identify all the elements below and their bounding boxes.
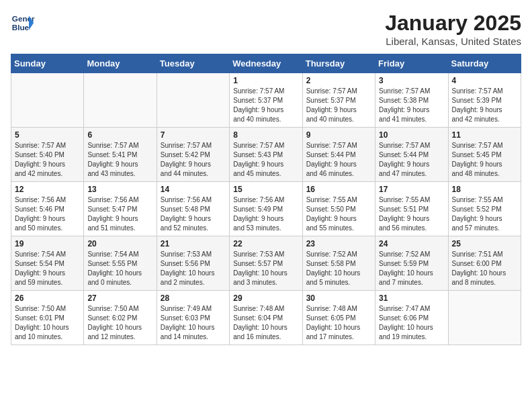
day-number: 23 [306, 239, 371, 248]
day-number: 13 [87, 185, 152, 194]
day-of-week-header: Sunday [11, 54, 84, 73]
day-info: Sunrise: 7:53 AM Sunset: 5:57 PM Dayligh… [233, 250, 298, 287]
day-number: 8 [233, 130, 298, 140]
day-number: 30 [306, 293, 371, 303]
day-info: Sunrise: 7:57 AM Sunset: 5:38 PM Dayligh… [379, 87, 444, 124]
day-info: Sunrise: 7:52 AM Sunset: 5:58 PM Dayligh… [306, 250, 371, 287]
day-number: 7 [161, 130, 226, 140]
day-number: 17 [379, 185, 444, 194]
calendar-cell: 16Sunrise: 7:55 AM Sunset: 5:50 PM Dayli… [302, 182, 375, 236]
day-info: Sunrise: 7:55 AM Sunset: 5:52 PM Dayligh… [452, 195, 517, 233]
day-info: Sunrise: 7:57 AM Sunset: 5:45 PM Dayligh… [452, 141, 517, 179]
day-number: 25 [452, 239, 517, 248]
day-number: 28 [161, 293, 226, 303]
day-number: 15 [233, 185, 298, 194]
day-of-week-header: Wednesday [230, 54, 302, 73]
day-number: 14 [161, 185, 226, 194]
day-info: Sunrise: 7:49 AM Sunset: 6:03 PM Dayligh… [161, 304, 226, 342]
day-info: Sunrise: 7:53 AM Sunset: 5:56 PM Dayligh… [161, 250, 226, 287]
day-of-week-header: Tuesday [157, 54, 229, 73]
day-of-week-header: Monday [84, 54, 157, 73]
day-info: Sunrise: 7:57 AM Sunset: 5:42 PM Dayligh… [161, 141, 226, 179]
day-number: 9 [306, 130, 371, 140]
day-info: Sunrise: 7:56 AM Sunset: 5:48 PM Dayligh… [161, 195, 226, 233]
calendar-cell: 1Sunrise: 7:57 AM Sunset: 5:37 PM Daylig… [230, 73, 302, 128]
calendar-week-row: 12Sunrise: 7:56 AM Sunset: 5:46 PM Dayli… [11, 182, 521, 236]
day-number: 12 [15, 185, 80, 194]
calendar-cell: 8Sunrise: 7:57 AM Sunset: 5:43 PM Daylig… [230, 128, 302, 182]
calendar-week-row: 26Sunrise: 7:50 AM Sunset: 6:01 PM Dayli… [11, 291, 521, 345]
day-number: 5 [15, 130, 80, 140]
calendar-cell: 3Sunrise: 7:57 AM Sunset: 5:38 PM Daylig… [375, 73, 448, 128]
month-title: January 2025 [385, 11, 521, 36]
calendar-cell: 5Sunrise: 7:57 AM Sunset: 5:40 PM Daylig… [11, 128, 84, 182]
day-info: Sunrise: 7:57 AM Sunset: 5:37 PM Dayligh… [233, 87, 298, 124]
calendar-cell: 22Sunrise: 7:53 AM Sunset: 5:57 PM Dayli… [230, 236, 302, 291]
location-title: Liberal, Kansas, United States [385, 36, 521, 47]
calendar-cell: 2Sunrise: 7:57 AM Sunset: 5:37 PM Daylig… [302, 73, 375, 128]
calendar-cell: 4Sunrise: 7:57 AM Sunset: 5:39 PM Daylig… [448, 73, 521, 128]
calendar-cell: 10Sunrise: 7:57 AM Sunset: 5:44 PM Dayli… [375, 128, 448, 182]
day-number: 22 [233, 239, 298, 248]
calendar-cell: 13Sunrise: 7:56 AM Sunset: 5:47 PM Dayli… [84, 182, 157, 236]
calendar-cell: 17Sunrise: 7:55 AM Sunset: 5:51 PM Dayli… [375, 182, 448, 236]
svg-text:Blue: Blue [12, 23, 30, 32]
calendar-week-row: 1Sunrise: 7:57 AM Sunset: 5:37 PM Daylig… [11, 73, 521, 128]
day-info: Sunrise: 7:51 AM Sunset: 6:00 PM Dayligh… [452, 250, 517, 287]
day-number: 21 [161, 239, 226, 248]
calendar-cell: 14Sunrise: 7:56 AM Sunset: 5:48 PM Dayli… [157, 182, 229, 236]
header: General Blue January 2025 Liberal, Kansa… [11, 11, 521, 47]
day-number: 16 [306, 185, 371, 194]
day-info: Sunrise: 7:56 AM Sunset: 5:46 PM Dayligh… [15, 195, 80, 233]
day-info: Sunrise: 7:54 AM Sunset: 5:55 PM Dayligh… [87, 250, 152, 287]
title-area: January 2025 Liberal, Kansas, United Sta… [385, 11, 521, 47]
calendar-cell [157, 73, 229, 128]
day-info: Sunrise: 7:57 AM Sunset: 5:40 PM Dayligh… [15, 141, 80, 179]
logo-icon: General Blue [11, 11, 35, 35]
calendar-cell: 27Sunrise: 7:50 AM Sunset: 6:02 PM Dayli… [84, 291, 157, 345]
day-number: 11 [452, 130, 517, 140]
calendar-cell: 26Sunrise: 7:50 AM Sunset: 6:01 PM Dayli… [11, 291, 84, 345]
day-info: Sunrise: 7:57 AM Sunset: 5:44 PM Dayligh… [306, 141, 371, 179]
calendar-cell: 19Sunrise: 7:54 AM Sunset: 5:54 PM Dayli… [11, 236, 84, 291]
calendar-cell: 29Sunrise: 7:48 AM Sunset: 6:04 PM Dayli… [230, 291, 302, 345]
calendar-cell: 11Sunrise: 7:57 AM Sunset: 5:45 PM Dayli… [448, 128, 521, 182]
day-info: Sunrise: 7:55 AM Sunset: 5:50 PM Dayligh… [306, 195, 371, 233]
calendar-cell: 18Sunrise: 7:55 AM Sunset: 5:52 PM Dayli… [448, 182, 521, 236]
day-of-week-header: Saturday [448, 54, 521, 73]
day-number: 29 [233, 293, 298, 303]
day-info: Sunrise: 7:54 AM Sunset: 5:54 PM Dayligh… [15, 250, 80, 287]
day-number: 27 [87, 293, 152, 303]
day-number: 18 [452, 185, 517, 194]
calendar-cell: 31Sunrise: 7:47 AM Sunset: 6:06 PM Dayli… [375, 291, 448, 345]
calendar-week-row: 5Sunrise: 7:57 AM Sunset: 5:40 PM Daylig… [11, 128, 521, 182]
calendar-cell [84, 73, 157, 128]
calendar-cell: 15Sunrise: 7:56 AM Sunset: 5:49 PM Dayli… [230, 182, 302, 236]
day-info: Sunrise: 7:47 AM Sunset: 6:06 PM Dayligh… [379, 304, 444, 342]
day-number: 3 [379, 76, 444, 85]
calendar-cell: 20Sunrise: 7:54 AM Sunset: 5:55 PM Dayli… [84, 236, 157, 291]
day-info: Sunrise: 7:56 AM Sunset: 5:47 PM Dayligh… [87, 195, 152, 233]
day-info: Sunrise: 7:48 AM Sunset: 6:05 PM Dayligh… [306, 304, 371, 342]
calendar-header-row: SundayMondayTuesdayWednesdayThursdayFrid… [11, 54, 521, 73]
calendar-week-row: 19Sunrise: 7:54 AM Sunset: 5:54 PM Dayli… [11, 236, 521, 291]
day-info: Sunrise: 7:50 AM Sunset: 6:02 PM Dayligh… [87, 304, 152, 342]
day-info: Sunrise: 7:57 AM Sunset: 5:37 PM Dayligh… [306, 87, 371, 124]
calendar-cell: 30Sunrise: 7:48 AM Sunset: 6:05 PM Dayli… [302, 291, 375, 345]
calendar-cell: 25Sunrise: 7:51 AM Sunset: 6:00 PM Dayli… [448, 236, 521, 291]
day-info: Sunrise: 7:52 AM Sunset: 5:59 PM Dayligh… [379, 250, 444, 287]
day-number: 26 [15, 293, 80, 303]
calendar-cell: 24Sunrise: 7:52 AM Sunset: 5:59 PM Dayli… [375, 236, 448, 291]
day-of-week-header: Friday [375, 54, 448, 73]
day-info: Sunrise: 7:56 AM Sunset: 5:49 PM Dayligh… [233, 195, 298, 233]
day-info: Sunrise: 7:57 AM Sunset: 5:43 PM Dayligh… [233, 141, 298, 179]
calendar-table: SundayMondayTuesdayWednesdayThursdayFrid… [11, 54, 521, 345]
day-info: Sunrise: 7:57 AM Sunset: 5:39 PM Dayligh… [452, 87, 517, 124]
calendar-cell [448, 291, 521, 345]
day-info: Sunrise: 7:48 AM Sunset: 6:04 PM Dayligh… [233, 304, 298, 342]
day-info: Sunrise: 7:55 AM Sunset: 5:51 PM Dayligh… [379, 195, 444, 233]
day-number: 31 [379, 293, 444, 303]
day-info: Sunrise: 7:50 AM Sunset: 6:01 PM Dayligh… [15, 304, 80, 342]
calendar-cell [11, 73, 84, 128]
day-number: 2 [306, 76, 371, 85]
